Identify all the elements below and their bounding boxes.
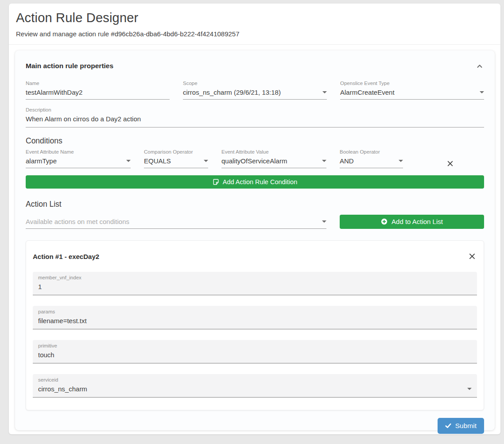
name-field[interactable]: Name testAlarmWithDay2 — [26, 81, 170, 100]
main-rule-card: Main action rule properties Name testAla… — [15, 50, 495, 430]
remove-condition-button[interactable] — [446, 159, 455, 168]
comparison-operator-label: Comparison Operator — [144, 149, 208, 154]
primitive-field[interactable]: primitive touch — [33, 340, 477, 363]
comparison-operator-value: EQUALS — [144, 157, 171, 165]
event-attribute-name-select[interactable]: Event Attribute Name alarmType — [26, 149, 131, 168]
check-icon — [445, 423, 451, 429]
action-card-title: Action #1 - execDay2 — [33, 253, 99, 260]
action-list-row: Available actions on met conditions Add … — [26, 210, 484, 229]
conditions-heading: Conditions — [26, 136, 484, 146]
event-attribute-value-value: qualityOfServiceAlarm — [221, 157, 287, 165]
submit-button-label: Submit — [455, 422, 477, 430]
description-field-value: When Alarm on cirros do a Day2 action — [26, 115, 141, 123]
chevron-down-icon — [467, 388, 472, 390]
event-attribute-value-select[interactable]: Event Attribute Value qualityOfServiceAl… — [221, 149, 326, 168]
condition-row: Event Attribute Name alarmType Compariso… — [26, 149, 484, 169]
available-actions-placeholder: Available actions on met conditions — [26, 218, 129, 225]
add-condition-button-label: Add Action Rule Condition — [223, 178, 297, 185]
plus-circle-icon — [381, 218, 388, 225]
properties-row: Name testAlarmWithDay2 Scope cirros_ns_c… — [26, 81, 484, 100]
submit-row: Submit — [26, 418, 484, 434]
panel-head: Main action rule properties — [26, 62, 484, 71]
params-value: filename=test.txt — [38, 317, 87, 324]
page-header: Action Rule Designer Review and manage a… — [9, 4, 500, 45]
boolean-operator-label: Boolean Operator — [340, 149, 403, 154]
scope-select[interactable]: Scope cirros_ns_charm (29/6/21, 13:18) — [183, 81, 327, 100]
event-attribute-name-label: Event Attribute Name — [26, 149, 131, 154]
event-type-select-label: Openslice Event Type — [340, 81, 484, 86]
close-icon — [446, 160, 454, 167]
member-vnf-index-value: 1 — [38, 283, 42, 290]
action-list-heading: Action List — [26, 200, 484, 209]
add-to-action-list-button-label: Add to Action List — [392, 218, 443, 225]
action-card-head: Action #1 - execDay2 — [33, 251, 477, 261]
event-attribute-name-value: alarmType — [26, 157, 57, 165]
event-type-select[interactable]: Openslice Event Type AlarmCreateEvent — [340, 81, 484, 100]
serviceid-label: serviceid — [38, 377, 472, 382]
boolean-operator-select[interactable]: Boolean Operator AND — [340, 149, 403, 168]
member-vnf-index-field[interactable]: member_vnf_index 1 — [33, 272, 477, 295]
serviceid-select[interactable]: serviceid cirros_ns_charm — [33, 374, 477, 398]
chevron-down-icon — [204, 160, 208, 162]
description-field[interactable]: Description When Alarm on cirros do a Da… — [26, 107, 484, 127]
action-card: Action #1 - execDay2 member_vnf_index 1 — [26, 240, 484, 410]
remove-action-button[interactable] — [467, 251, 477, 261]
event-type-select-value: AlarmCreateEvent — [340, 89, 395, 96]
page-background: Action Rule Designer Review and manage a… — [0, 0, 504, 444]
chevron-down-icon — [126, 160, 131, 162]
event-attribute-value-label: Event Attribute Value — [221, 149, 326, 154]
submit-button[interactable]: Submit — [438, 418, 484, 434]
page-title: Action Rule Designer — [16, 11, 493, 25]
chevron-down-icon — [480, 91, 484, 93]
primitive-label: primitive — [38, 343, 472, 348]
panel-title: Main action rule properties — [26, 62, 113, 70]
params-label: params — [38, 309, 472, 314]
close-icon — [468, 252, 476, 260]
name-field-label: Name — [26, 81, 170, 86]
comparison-operator-select[interactable]: Comparison Operator EQUALS — [144, 149, 208, 168]
chevron-down-icon — [399, 160, 403, 162]
chevron-down-icon — [322, 220, 326, 223]
note-add-icon — [213, 179, 219, 185]
add-to-action-list-button[interactable]: Add to Action List — [340, 215, 484, 229]
scope-select-value: cirros_ns_charm (29/6/21, 13:18) — [183, 89, 281, 96]
chevron-down-icon — [322, 160, 326, 162]
chevron-up-icon — [476, 63, 483, 70]
primitive-value: touch — [38, 351, 54, 359]
add-condition-button[interactable]: Add Action Rule Condition — [26, 175, 484, 189]
name-field-value: testAlarmWithDay2 — [26, 89, 82, 96]
params-field[interactable]: params filename=test.txt — [33, 306, 477, 329]
description-field-label: Description — [26, 107, 484, 112]
serviceid-value: cirros_ns_charm — [38, 385, 87, 393]
boolean-operator-value: AND — [340, 157, 354, 165]
chevron-down-icon — [322, 91, 327, 93]
page-subtitle: Review and manage action rule #d96cb26a-… — [16, 30, 493, 38]
page-panel: Action Rule Designer Review and manage a… — [9, 4, 500, 434]
scope-select-label: Scope — [183, 81, 327, 86]
member-vnf-index-label: member_vnf_index — [38, 275, 472, 280]
available-actions-select[interactable]: Available actions on met conditions — [26, 210, 326, 229]
collapse-panel-button[interactable] — [475, 62, 484, 71]
